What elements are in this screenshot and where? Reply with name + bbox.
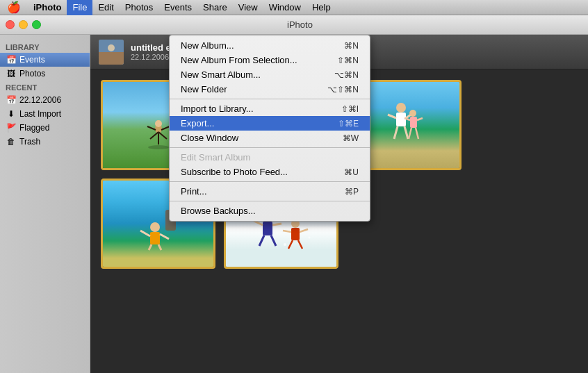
svg-line-36 [160,234,169,239]
sidebar-item-trash[interactable]: 🗑 Trash [0,135,90,149]
menu-item-new-folder[interactable]: New Folder ⌥⇧⌘N [170,82,370,97]
svg-rect-40 [263,222,272,235]
menubar-window[interactable]: Window [263,0,307,15]
menu-item-import-to-library[interactable]: Import to Library... ⇧⌘I [170,101,370,116]
menubar-share[interactable]: Share [197,0,233,15]
apple-menu[interactable]: 🍎 [0,1,28,14]
sidebar-label-trash: Trash [19,137,40,147]
menu-shortcut: ⇧⌘I [341,104,359,114]
menu-item-new-smart-album[interactable]: New Smart Album... ⌥⌘N [170,67,370,82]
menu-item-browse-backups[interactable]: Browse Backups... [170,204,370,218]
svg-line-29 [409,128,411,139]
sidebar-label-events: Events [19,55,45,65]
svg-rect-1 [99,52,124,65]
sidebar: LIBRARY 📅 Events 🖼 Photos RECENT 📅 22.12… [0,35,90,373]
menubar-iphoto[interactable]: iPhoto [28,0,67,15]
menubar-view[interactable]: View [233,0,263,15]
menu-item-print[interactable]: Print... ⌘P [170,184,370,199]
menu-label: Import to Library... [181,103,254,114]
menu-shortcut: ⌘P [345,187,359,197]
svg-line-9 [147,126,156,130]
svg-line-7 [150,132,158,139]
sidebar-item-flagged[interactable]: 🚩 Flagged [0,121,90,135]
svg-point-33 [150,222,160,232]
svg-rect-20 [396,113,406,126]
photos-icon: 🖼 [6,68,17,79]
content-area: untitled event 22.12.2006 - 05.10.2008 [90,35,588,373]
menu-item-new-album-from-selection[interactable]: New Album From Selection... ⇧⌘N [170,53,370,67]
svg-point-55 [284,243,286,246]
svg-point-25 [409,110,416,117]
svg-line-48 [300,229,308,232]
svg-line-21 [388,115,396,118]
menubar-events[interactable]: Events [158,0,197,15]
sidebar-item-last-import[interactable]: ⬇ Last Import [0,107,90,121]
sidebar-item-date[interactable]: 📅 22.12.2006 [0,93,90,107]
menubar-help[interactable]: Help [307,0,336,15]
menu-label: New Album From Selection... [181,55,297,65]
titlebar: iPhoto [0,15,588,35]
menu-item-subscribe-to-photo-feed[interactable]: Subscribe to Photo Feed... ⌘U [170,165,370,179]
menu-shortcut: ⌘U [344,167,359,177]
recent-header: RECENT [0,81,90,93]
menubar-edit[interactable]: Edit [92,0,119,15]
close-button[interactable] [6,20,15,29]
svg-point-2 [108,44,115,51]
sidebar-item-events[interactable]: 📅 Events [0,53,90,67]
window-title: iPhoto [45,19,555,30]
date-icon: 📅 [6,94,17,106]
sidebar-label-last-import: Last Import [19,109,61,119]
svg-line-30 [416,128,418,139]
app-body: LIBRARY 📅 Events 🖼 Photos RECENT 📅 22.12… [0,35,588,373]
menu-label: New Smart Album... [181,69,261,80]
menu-item-new-album[interactable]: New Album... ⌘N [170,38,370,53]
minimize-button[interactable] [19,20,28,29]
menu-separator [170,201,370,201]
menu-shortcut: ⇧⌘E [338,119,359,129]
svg-line-49 [288,240,293,249]
svg-rect-34 [150,232,160,244]
last-import-icon: ⬇ [6,108,17,119]
svg-line-42 [272,224,281,225]
sidebar-label-date: 22.12.2006 [19,95,61,105]
sidebar-label-flagged: Flagged [19,123,49,133]
svg-line-43 [259,235,264,246]
maximize-button[interactable] [32,20,41,29]
menu-label: Subscribe to Photo Feed... [181,167,288,177]
menubar-photos[interactable]: Photos [120,0,158,15]
menu-separator [170,99,370,99]
svg-line-35 [140,231,150,236]
flagged-icon: 🚩 [6,122,17,133]
menu-item-export[interactable]: Export... ⇧⌘E [170,116,370,131]
svg-line-38 [158,244,161,250]
menu-shortcut: ⌥⌘N [334,70,359,80]
menu-shortcut: ⌘W [343,133,359,143]
svg-line-23 [394,126,398,139]
svg-point-19 [396,103,406,113]
library-header: LIBRARY [0,40,90,53]
svg-rect-46 [291,228,300,240]
svg-line-28 [417,118,423,120]
sidebar-label-photos: Photos [19,69,45,78]
svg-line-10 [161,126,170,130]
svg-point-54 [308,237,310,239]
events-icon: 📅 [6,54,17,65]
menu-label: Edit Smart Album [181,152,250,163]
svg-point-3 [148,145,169,149]
sidebar-item-photos[interactable]: 🖼 Photos [0,67,90,81]
menu-shortcut: ⌥⇧⌘N [327,85,359,94]
menu-label: Print... [181,186,207,197]
trash-icon: 🗑 [6,136,17,147]
menu-label: New Album... [181,40,234,51]
menu-item-edit-smart-album: Edit Smart Album [170,150,370,165]
menubar-file[interactable]: File [67,0,92,15]
svg-rect-26 [410,117,417,128]
menubar: 🍎 iPhoto File Edit Photos Events Share V… [0,0,588,15]
svg-line-37 [149,244,152,250]
menu-separator [170,181,370,182]
menu-separator [170,147,370,148]
svg-line-44 [271,235,276,246]
main-window: iPhoto LIBRARY 📅 Events 🖼 Photos RECENT … [0,15,588,373]
svg-line-50 [298,240,302,249]
menu-item-close-window[interactable]: Close Window ⌘W [170,131,370,145]
